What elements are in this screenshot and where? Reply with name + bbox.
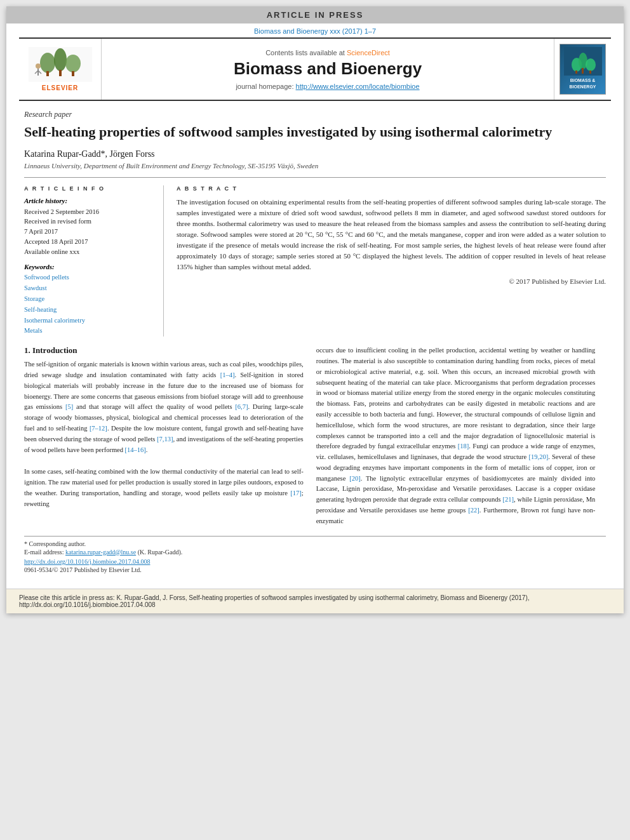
- corresponding-note: * Corresponding author.: [24, 540, 606, 547]
- intro-col-right: occurs due to insufficient cooling in th…: [316, 345, 596, 527]
- keyword-1[interactable]: Softwood pellets: [24, 272, 154, 283]
- ref-5[interactable]: [5]: [65, 403, 73, 410]
- ref-14-16[interactable]: [14–16]: [125, 446, 146, 453]
- svg-rect-4: [46, 71, 49, 76]
- svg-point-1: [40, 53, 55, 73]
- ref-7-13[interactable]: [7,13]: [157, 436, 173, 443]
- aip-banner: ARTICLE IN PRESS: [6, 6, 624, 23]
- copyright-line: © 2017 Published by Elsevier Ltd.: [177, 277, 606, 285]
- article-info-col: A R T I C L E I N F O Article history: R…: [24, 185, 164, 337]
- svg-rect-5: [59, 70, 62, 76]
- journal-title-text: Biomass and Bioenergy: [234, 59, 422, 79]
- keyword-5[interactable]: Isothermal calorimetry: [24, 316, 154, 326]
- history-title: Article history:: [24, 197, 154, 204]
- abstract-body: The investigation focused on obtaining e…: [177, 197, 606, 272]
- contents-available-line: Contents lists available at ScienceDirec…: [265, 49, 390, 57]
- email-label: E-mail address:: [24, 549, 64, 556]
- elsevier-text: ELSEVIER: [42, 84, 78, 91]
- biomass-logo-text: BIOMASS & BIOENERGY: [560, 76, 605, 91]
- svg-rect-15: [575, 70, 577, 74]
- ref-1-4[interactable]: [1–4]: [220, 371, 235, 378]
- intro-col-left: 1. Introduction The self-ignition of org…: [24, 345, 304, 527]
- journal-header: ELSEVIER Contents lists available at Sci…: [19, 37, 611, 101]
- ref-21[interactable]: [21]: [503, 496, 514, 503]
- elsevier-tree-image: [29, 47, 92, 82]
- ref-7-12[interactable]: [7–12]: [90, 425, 107, 432]
- svg-point-14: [586, 58, 596, 71]
- received-date: Received 2 September 2016: [24, 207, 154, 217]
- abstract-label: A B S T R A C T: [177, 185, 606, 192]
- article-info-abstract: A R T I C L E I N F O Article history: R…: [24, 177, 606, 337]
- introduction-section: 1. Introduction The self-ignition of org…: [24, 345, 606, 527]
- keywords-label: Keywords:: [24, 263, 154, 270]
- footer-citation-bar: Please cite this article in press as: K.…: [6, 589, 624, 613]
- paper-type: Research paper: [24, 110, 606, 119]
- svg-point-2: [54, 48, 67, 71]
- biomass-logo-area: BIOMASS & BIOENERGY: [554, 39, 611, 100]
- email-line: E-mail address: katarina.rupar-gadd@lnu.…: [24, 549, 606, 556]
- keyword-3[interactable]: Storage: [24, 294, 154, 305]
- svg-point-7: [36, 63, 41, 69]
- ref-6-7[interactable]: [6,7]: [235, 403, 248, 410]
- revised-date: 7 April 2017: [24, 227, 154, 237]
- authors-text: Katarina Rupar-Gadd*, Jörgen Forss: [24, 149, 155, 159]
- issn-text: 0961-9534/© 2017 Published by Elsevier L…: [24, 566, 606, 573]
- svg-rect-17: [589, 70, 591, 74]
- journal-header-center: Contents lists available at ScienceDirec…: [102, 39, 554, 100]
- elsevier-logo-area: ELSEVIER: [19, 39, 102, 100]
- keyword-2[interactable]: Sawdust: [24, 283, 154, 294]
- online-date: Available online xxx: [24, 247, 154, 257]
- article-page: ARTICLE IN PRESS Biomass and Bioenergy x…: [6, 6, 624, 613]
- doi-link[interactable]: http://dx.doi.org/10.1016/j.biombioe.201…: [24, 558, 606, 565]
- footer-citation-text: Please cite this article in press as: K.…: [19, 594, 530, 608]
- email-name: (K. Rupar-Gadd).: [138, 549, 183, 556]
- keyword-6[interactable]: Metals: [24, 326, 154, 337]
- biomass-logo-image: [564, 47, 602, 76]
- main-content: Research paper Self-heating properties o…: [6, 101, 624, 582]
- journal-ref-text: Biomass and Bioenergy xxx (2017) 1–7: [254, 27, 376, 35]
- svg-point-3: [65, 55, 81, 72]
- footnote-area: * Corresponding author. E-mail address: …: [24, 536, 606, 573]
- ref-22[interactable]: [22]: [468, 507, 479, 514]
- authors-line: Katarina Rupar-Gadd*, Jörgen Forss: [24, 149, 606, 159]
- keyword-4[interactable]: Self-heating: [24, 305, 154, 316]
- sciencedirect-link[interactable]: ScienceDirect: [347, 49, 390, 57]
- journal-ref-line: Biomass and Bioenergy xxx (2017) 1–7: [6, 23, 624, 37]
- ref-19-20[interactable]: [19,20]: [529, 453, 549, 460]
- email-link[interactable]: katarina.rupar-gadd@lnu.se: [65, 549, 136, 556]
- intro-p3: occurs due to insufficient cooling in th…: [316, 345, 596, 527]
- homepage-link[interactable]: http://www.elsevier.com/locate/biombioe: [296, 83, 420, 90]
- affiliation-text: Linnaeus University, Department of Built…: [24, 162, 606, 170]
- ref-17[interactable]: [17]: [290, 490, 302, 497]
- paper-title: Self-heating properties of softwood samp…: [24, 123, 606, 142]
- contents-label: Contents lists available at: [265, 49, 345, 57]
- homepage-label: journal homepage:: [236, 83, 293, 90]
- intro-p2: In some cases, self-heating combined wit…: [24, 467, 304, 509]
- intro-heading: 1. Introduction: [24, 345, 304, 356]
- biomass-logo: BIOMASS & BIOENERGY: [560, 44, 606, 95]
- ref-18[interactable]: [18]: [458, 443, 469, 450]
- revised-label: Received in revised form: [24, 217, 154, 227]
- journal-homepage-line: journal homepage: http://www.elsevier.co…: [236, 83, 419, 90]
- svg-rect-16: [582, 68, 584, 74]
- aip-banner-text: ARTICLE IN PRESS: [267, 10, 364, 20]
- ref-20b[interactable]: [20]: [349, 475, 361, 482]
- svg-rect-6: [72, 71, 74, 76]
- intro-p1: The self-ignition of organic materials i…: [24, 359, 304, 455]
- keywords-section: Keywords: Softwood pellets Sawdust Stora…: [24, 263, 154, 337]
- abstract-col: A B S T R A C T The investigation focuse…: [177, 185, 606, 337]
- article-info-label: A R T I C L E I N F O: [24, 185, 154, 192]
- accepted-date: Accepted 18 April 2017: [24, 237, 154, 247]
